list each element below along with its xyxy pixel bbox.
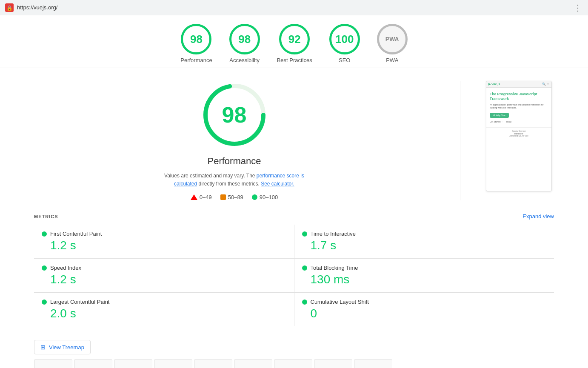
cls-name: Cumulative Layout Shift — [311, 299, 369, 305]
pwa-label: PWA — [386, 57, 398, 63]
tbt-name: Total Blocking Time — [311, 265, 358, 271]
cls-value: 0 — [311, 307, 547, 320]
accessibility-circle: 98 — [229, 24, 260, 54]
thumbnail-4: ▶ Vue.js The Progressive JavaScript Fram… — [154, 359, 192, 368]
tbt-value: 130 ms — [311, 273, 547, 286]
browser-left: 🔒 https://vuejs.org/ — [5, 3, 57, 12]
performance-circle: 98 — [181, 24, 211, 54]
vertical-divider — [460, 81, 460, 200]
browser-menu-icon[interactable]: ⋮ — [574, 3, 583, 13]
legend-red: 0–49 — [191, 194, 212, 200]
thumbnail-6: ▶ Vue.js The Progressive JavaScript Fram… — [234, 359, 272, 368]
metric-si: Speed Index 1.2 s — [34, 259, 294, 292]
site-preview: ▶ Vue.js 🔍 ☰ The Progressive JavaScript … — [486, 81, 552, 191]
fcp-name: First Contentful Paint — [50, 231, 102, 237]
thumbnail-7: ▶ Vue.js The Progressive JavaScript Fram… — [274, 359, 312, 368]
preview-body: The Progressive JavaScript Framework An … — [486, 88, 551, 127]
big-score-wrap: 98 — [200, 81, 268, 149]
preview-topbar: ▶ Vue.js 🔍 ☰ — [486, 81, 551, 88]
orange-square-icon — [220, 194, 226, 200]
legend-green: 90–100 — [252, 194, 278, 200]
thumbnail-1: ▶ Vue.js The Progressive JavaScript Fram… — [34, 359, 72, 368]
tti-name: Time to Interactive — [311, 231, 356, 237]
tbt-dot — [302, 265, 307, 271]
metrics-grid: First Contentful Paint 1.2 s Time to Int… — [34, 225, 554, 326]
lcp-dot — [42, 300, 47, 305]
tti-dot — [302, 231, 307, 237]
treemap-section: ⊞ View Treemap — [0, 335, 588, 359]
treemap-label: View Treemap — [49, 344, 84, 351]
score-seo[interactable]: 100 SEO — [329, 24, 360, 63]
lcp-name: Largest Contentful Paint — [50, 299, 109, 305]
performance-label: Performance — [180, 57, 212, 63]
metric-cls: Cumulative Layout Shift 0 — [294, 293, 554, 326]
preview-install: Install — [506, 120, 511, 123]
treemap-icon: ⊞ — [40, 344, 46, 351]
red-triangle-icon — [191, 194, 197, 200]
metrics-header: METRICS Expand view — [34, 213, 554, 220]
si-value: 1.2 s — [50, 273, 286, 286]
score-performance[interactable]: 98 Performance — [180, 24, 212, 63]
metrics-title: METRICS — [34, 214, 58, 219]
preview-title: The Progressive JavaScript Framework — [490, 92, 548, 101]
tti-value: 1.7 s — [311, 239, 547, 252]
seo-label: SEO — [339, 57, 350, 63]
legend: 0–49 50–89 90–100 — [191, 194, 278, 200]
preview-subtitle: An approachable, performant and versatil… — [490, 103, 548, 109]
best-practices-circle: 92 — [279, 24, 310, 54]
cls-dot — [302, 300, 307, 305]
metric-tti: Time to Interactive 1.7 s — [294, 225, 554, 258]
left-panel: 98 Performance Values are estimated and … — [34, 81, 434, 200]
seo-circle: 100 — [329, 24, 360, 54]
score-pwa[interactable]: PWA PWA — [377, 24, 408, 63]
best-practices-label: Best Practices — [277, 57, 312, 63]
right-panel: ▶ Vue.js 🔍 ☰ The Progressive JavaScript … — [486, 81, 554, 200]
score-note: Values are estimated and may vary. The p… — [158, 172, 311, 188]
calculator-link[interactable]: See calculator. — [261, 181, 294, 187]
lcp-value: 2.0 s — [50, 307, 286, 320]
browser-chrome: 🔒 https://vuejs.org/ ⋮ — [0, 0, 588, 15]
preview-sponsor: Special Sponsor HBuilder Advanced IDE fo… — [486, 127, 551, 140]
thumbnail-3: ▶ Vue.js The Progressive JavaScript Fram… — [114, 359, 152, 368]
si-dot — [42, 265, 47, 271]
score-accessibility[interactable]: 98 Accessibility — [229, 24, 260, 63]
pwa-circle: PWA — [377, 24, 408, 54]
metric-tbt: Total Blocking Time 130 ms — [294, 259, 554, 292]
preview-logo: ▶ Vue.js — [488, 83, 500, 86]
thumbnail-5: ▶ Vue.js The Progressive JavaScript Fram… — [194, 359, 232, 368]
metric-fcp: First Contentful Paint 1.2 s — [34, 225, 294, 258]
thumbnail-8: ▶ Vue.js The Progressive JavaScript Fram… — [314, 359, 352, 368]
thumbnail-9: ▶ Vue.js The Progressive JavaScript Fram… — [354, 359, 392, 368]
thumbnail-2: ▶ Vue.js The Progressive JavaScript Fram… — [74, 359, 112, 368]
fcp-dot — [42, 231, 47, 237]
preview-get-started: Get Started → — [490, 120, 503, 123]
score-best-practices[interactable]: 92 Best Practices — [277, 24, 312, 63]
si-name: Speed Index — [50, 265, 81, 271]
preview-why-vue-btn: ⊕ Why Vue — [490, 113, 509, 118]
metrics-section: METRICS Expand view First Contentful Pai… — [0, 213, 588, 335]
preview-links: Get Started → Install — [490, 120, 548, 123]
browser-url: https://vuejs.org/ — [17, 4, 57, 11]
svg-text:🔒: 🔒 — [6, 5, 13, 11]
main-content: 98 Performance Values are estimated and … — [0, 68, 588, 213]
fcp-value: 1.2 s — [50, 239, 286, 252]
big-score-number: 98 — [222, 102, 247, 128]
site-favicon: 🔒 — [5, 3, 14, 12]
view-treemap-button[interactable]: ⊞ View Treemap — [34, 340, 91, 354]
expand-view-button[interactable]: Expand view — [522, 213, 554, 220]
green-circle-icon — [252, 194, 257, 200]
accessibility-label: Accessibility — [229, 57, 260, 63]
thumbnails-section: ▶ Vue.js The Progressive JavaScript Fram… — [0, 359, 588, 368]
legend-orange: 50–89 — [220, 194, 243, 200]
score-bar: 98 Performance 98 Accessibility 92 Best … — [0, 15, 588, 68]
metric-lcp: Largest Contentful Paint 2.0 s — [34, 293, 294, 326]
big-score-label: Performance — [208, 156, 261, 167]
preview-icons: 🔍 ☰ — [542, 83, 549, 86]
